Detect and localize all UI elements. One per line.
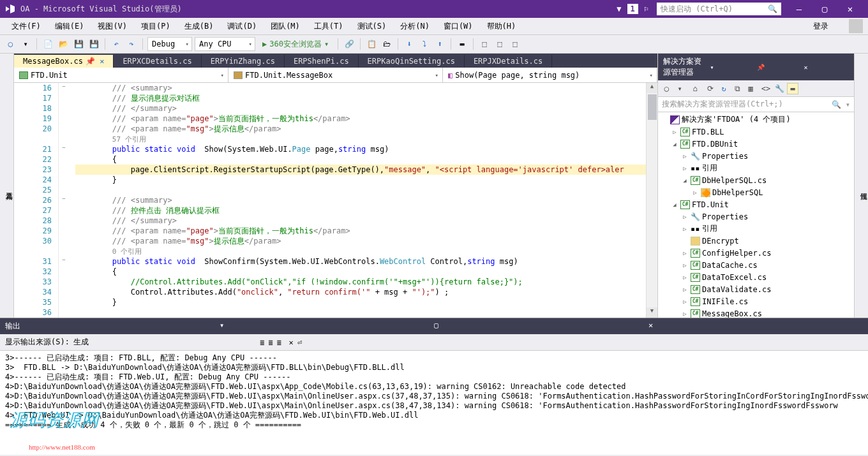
document-tab[interactable]: ERPShenPi.cs	[285, 55, 359, 68]
close-button[interactable]: ✕	[837, 4, 863, 14]
document-tab[interactable]: MessageBox.cs📌 ✕	[14, 55, 114, 68]
sol-collapse-button[interactable]: ⧉	[731, 83, 743, 94]
tree-row[interactable]: ▷🔶DbHelperSQL	[658, 186, 854, 198]
document-tab[interactable]: ERPJXDetails.cs	[465, 55, 552, 68]
out-btn-3[interactable]: ≣	[276, 338, 281, 347]
menu-item[interactable]: 团队(M)	[264, 19, 306, 34]
output-text[interactable]: 3>------ 已启动生成: 项目: FTD.BLL, 配置: Debug A…	[0, 351, 868, 455]
menu-item[interactable]: 文件(F)	[5, 19, 47, 34]
sol-code-button[interactable]: <>	[760, 83, 772, 94]
tree-row[interactable]: ◢C#FTD.Unit	[658, 198, 854, 210]
solution-search-input[interactable]: 搜索解决方案资源管理器(Ctrl+;)🔍 ▾	[658, 97, 854, 112]
forward-button[interactable]: ▾	[19, 38, 32, 50]
filter-icon[interactable]: ▼	[613, 4, 624, 14]
menu-item[interactable]: 生成(B)	[178, 19, 220, 34]
tree-row[interactable]: ▷C#MessageBox.cs	[658, 307, 854, 318]
output-source-label: 显示输出来源(S):	[5, 337, 70, 348]
notification-count[interactable]: 1	[627, 4, 638, 14]
tree-row[interactable]: ▷🔧Properties	[658, 150, 854, 162]
vs-icon	[5, 4, 15, 14]
maximize-button[interactable]: ▢	[812, 4, 837, 14]
tree-row[interactable]: ▷C#DataValidate.cs	[658, 283, 854, 295]
tb-btn-2[interactable]: 🗁	[380, 38, 393, 50]
tb-btn-5[interactable]: ⬚	[493, 38, 506, 50]
panel-close-button[interactable]: ✕	[804, 64, 849, 71]
login-button[interactable]: 登录	[807, 19, 848, 34]
tree-row[interactable]: ◢C#FTD.DBUnit	[658, 138, 854, 150]
feedback-icon[interactable]: ⚐	[641, 4, 652, 14]
sol-back-button[interactable]: ◯	[661, 83, 672, 94]
class-combo[interactable]: FTD.Unit.MessageBox	[228, 68, 443, 82]
sol-home-button[interactable]: ⌂	[689, 83, 701, 94]
quick-launch-input[interactable]: 快速启动 (Ctrl+Q)🔍	[657, 3, 781, 15]
output-source-combo[interactable]: 生成	[73, 337, 252, 348]
solution-tree[interactable]: 解决方案'FTDOA' (4 个项目)▷C#FTD.BLL◢C#FTD.DBUn…	[658, 112, 854, 318]
tree-row[interactable]: ▷C#ConfigHelper.cs	[658, 247, 854, 259]
sol-fwd-button[interactable]: ▾	[674, 83, 685, 94]
document-tab[interactable]: ERPKaoQinSetting.cs	[359, 55, 465, 68]
open-button[interactable]: 📂	[57, 38, 70, 50]
tb-btn-4[interactable]: ⬚	[478, 38, 491, 50]
menu-item[interactable]: 窗口(W)	[437, 19, 479, 34]
redo-button[interactable]: ↷	[125, 38, 138, 50]
document-tab[interactable]: ERPXCDetails.cs	[114, 55, 201, 68]
toolbar: ◯ ▾ 📄 📂 💾 💾 ↶ ↷ Debug Any CPU ▶ 360安全浏览器…	[0, 34, 868, 54]
menu-item[interactable]: 调试(D)	[221, 19, 263, 34]
tree-row[interactable]: ▷C#DataCache.cs	[658, 259, 854, 271]
properties-tab[interactable]: 属性	[854, 54, 868, 318]
tree-row[interactable]: ▷▪▪引用	[658, 162, 854, 174]
menu-item[interactable]: 工具(T)	[308, 19, 350, 34]
output-dropdown-button[interactable]: ▾	[220, 321, 434, 332]
tree-row[interactable]: ▷🔧Properties	[658, 210, 854, 223]
tb-btn-6[interactable]: ⬚	[509, 38, 521, 50]
sol-showall-button[interactable]: ▦	[745, 83, 756, 94]
panel-dropdown-button[interactable]: ▾	[710, 64, 756, 71]
tb-btn-3[interactable]: ▬	[456, 38, 468, 50]
tree-row[interactable]: ◢C#DbHelperSQL.cs	[658, 174, 854, 186]
step-over-button[interactable]: ⤵	[418, 38, 431, 50]
tree-row[interactable]: 解决方案'FTDOA' (4 个项目)	[658, 114, 854, 126]
menu-item[interactable]: 视图(V)	[91, 19, 133, 34]
output-close-button[interactable]: ✕	[648, 321, 863, 332]
save-button[interactable]: 💾	[72, 38, 85, 50]
menu-item[interactable]: 测试(S)	[351, 19, 393, 34]
menu-item[interactable]: 帮助(H)	[481, 19, 523, 34]
sol-refresh-button[interactable]: ↻	[718, 83, 730, 94]
back-button[interactable]: ◯	[4, 38, 17, 50]
tree-row[interactable]: DEncrypt	[658, 235, 854, 247]
tree-row[interactable]: ▷C#INIFile.cs	[658, 295, 854, 307]
minimize-button[interactable]: —	[786, 4, 812, 14]
undo-button[interactable]: ↶	[110, 38, 123, 50]
menu-item[interactable]: 编辑(E)	[49, 19, 91, 34]
sol-sync-button[interactable]: ⟳	[705, 83, 716, 94]
config-combo[interactable]: Debug	[147, 37, 192, 51]
code-editor[interactable]: 1617181920212223242526272829303132333435…	[14, 83, 657, 318]
out-btn-2[interactable]: ≣	[268, 338, 273, 347]
member-combo[interactable]: ◧ Show(Page page, string msg)	[443, 68, 657, 82]
tree-row[interactable]: ▷C#DataToExcel.cs	[658, 271, 854, 283]
panel-pin-button[interactable]: 📌	[757, 64, 802, 71]
toolbox-tab[interactable]: 工具箱	[0, 54, 14, 318]
menu-item[interactable]: 分析(N)	[394, 19, 436, 34]
user-icon[interactable]	[849, 19, 863, 33]
out-clear-button[interactable]: ✕	[289, 338, 294, 347]
start-button[interactable]: ▶ 360安全浏览器 ▾	[258, 37, 333, 51]
step-out-button[interactable]: ⬆	[433, 38, 446, 50]
tb-btn-1[interactable]: 📋	[365, 38, 378, 50]
tree-row[interactable]: ▷▪▪引用	[658, 223, 854, 235]
vertical-scrollbar[interactable]: ▲ ▼	[646, 83, 657, 318]
output-pin-button[interactable]: ▢	[434, 321, 648, 332]
new-button[interactable]: 📄	[41, 38, 54, 50]
sol-props-button[interactable]: 🔧	[774, 83, 785, 94]
menu-item[interactable]: 项目(P)	[135, 19, 177, 34]
namespace-combo[interactable]: FTD.Unit	[14, 68, 228, 82]
out-wrap-button[interactable]: ⏎	[297, 338, 302, 347]
browser-link-button[interactable]: 🔗	[343, 38, 355, 50]
step-into-button[interactable]: ⬇	[403, 38, 415, 50]
sol-preview-button[interactable]: ▬	[787, 83, 798, 94]
save-all-button[interactable]: 💾	[87, 38, 100, 50]
document-tab[interactable]: ERPYinZhang.cs	[202, 55, 285, 68]
platform-combo[interactable]: Any CPU	[195, 37, 255, 51]
out-btn-1[interactable]: ≣	[260, 338, 264, 347]
tree-row[interactable]: ▷C#FTD.BLL	[658, 126, 854, 138]
